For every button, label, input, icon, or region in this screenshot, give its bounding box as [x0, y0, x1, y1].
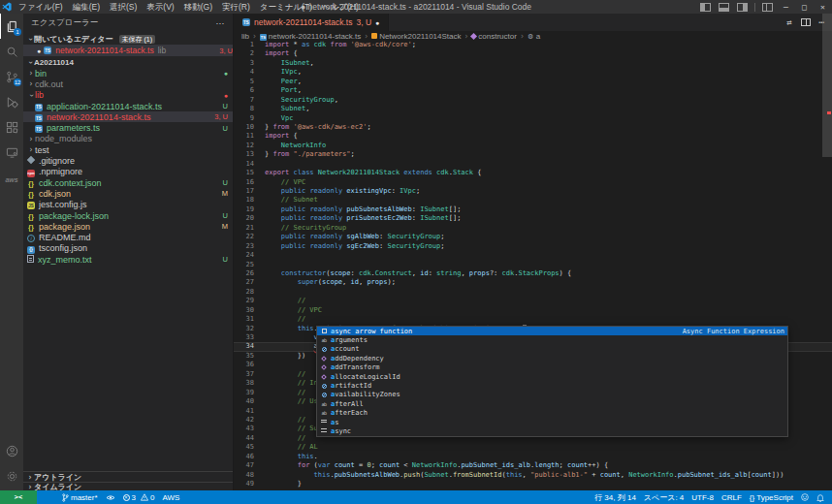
activity-item-run-debug[interactable] [0, 89, 23, 114]
menu-item[interactable]: 移動(G) [179, 2, 217, 12]
language-status[interactable]: {} TypeScript [746, 490, 797, 504]
eye-toggle[interactable] [102, 490, 119, 504]
customize-layout-icon[interactable] [762, 3, 773, 12]
suggestion-as[interactable]: as [317, 418, 787, 426]
breadcrumb-Network20211014Stack[interactable]: Network20211014Stack [371, 32, 461, 41]
outline-panel-header[interactable]: › アウトライン [23, 471, 233, 482]
code-line-15[interactable]: 15export class Network20211014Stack exte… [234, 169, 832, 177]
code-line-18[interactable]: 18 // Subnet [234, 196, 832, 205]
open-editor-item[interactable]: ● TS network-20211014-stack.ts lib 3, U [23, 45, 233, 56]
menu-item[interactable]: ターミナル(T) [255, 2, 317, 12]
code-line-3[interactable]: 3 ISubnet, [234, 59, 832, 68]
menu-item[interactable]: ヘルプ(H) [317, 2, 364, 12]
tree-item-lib[interactable]: ›lib● [23, 90, 233, 101]
code-line-10[interactable]: 10} from '@aws-cdk/aws-ec2'; [234, 123, 832, 132]
maximize-button[interactable]: □ [795, 0, 814, 14]
tree-item-application-20211014-stack.ts[interactable]: TSapplication-20211014-stack.tsU [23, 101, 233, 111]
code-line-25[interactable]: 25 [234, 261, 832, 269]
remote-indicator[interactable]: >< [0, 490, 37, 504]
tab-network-stack[interactable]: TS network-20211014-stack.ts 3, U ● [234, 14, 389, 31]
activity-item-aws[interactable]: aws [0, 165, 23, 190]
code-line-27[interactable]: 27 super(scope, id, props); [234, 278, 832, 287]
tree-item-cdk.out[interactable]: ›cdk.out [23, 79, 233, 89]
sidebar-actions-icon[interactable]: ⋯ [216, 18, 226, 28]
code-line-11[interactable]: 11import { [234, 132, 832, 141]
tree-item-xyz_memo.txt[interactable]: xyz_memo.txtU [23, 254, 233, 265]
code-line-4[interactable]: 4 IVpc, [234, 68, 832, 77]
eol-status[interactable]: CRLF [718, 490, 746, 504]
tree-item-network-20211014-stack.ts[interactable]: TSnetwork-20211014-stack.ts3, U [23, 111, 233, 122]
code-line-5[interactable]: 5 Peer, [234, 78, 832, 86]
feedback-smiley[interactable] [797, 490, 813, 504]
problems-status[interactable]: × 3 0 [119, 490, 159, 504]
tree-item-cdk.json[interactable]: {}cdk.jsonM [23, 188, 233, 199]
split-editor-icon[interactable] [801, 18, 811, 26]
menu-item[interactable]: 編集(E) [68, 2, 105, 12]
code-line-31[interactable]: 31 // [234, 315, 832, 324]
code-line-46[interactable]: 46 this. [234, 453, 832, 461]
tab-modified-dot-icon[interactable]: ● [375, 19, 379, 26]
code-line-9[interactable]: 9 Vpc [234, 114, 832, 123]
suggestion-addDependency[interactable]: addDependency [317, 354, 787, 362]
tree-item-.gitignore[interactable]: .gitignore [23, 155, 233, 166]
code-line-7[interactable]: 7 SecurityGroup, [234, 96, 832, 105]
activity-item-remote-explorer[interactable] [0, 140, 23, 165]
code-line-1[interactable]: 1import * as cdk from '@aws-cdk/core'; [234, 41, 832, 49]
code-line-45[interactable]: 45 // AL [234, 443, 832, 452]
code-line-49[interactable]: 49 } [234, 480, 832, 488]
breadcrumb-constructor[interactable]: constructor [471, 32, 517, 41]
suggestion-afterEach[interactable]: abafterEach [317, 409, 787, 418]
tree-item-package-lock.json[interactable]: {}package-lock.jsonU [23, 210, 233, 221]
code-line-19[interactable]: 19 public readonly pubSubnetsAlbWeb: ISu… [234, 205, 832, 214]
breadcrumb-a[interactable]: ⚙a [528, 32, 540, 41]
toggle-secondary-sidebar-icon[interactable] [737, 3, 748, 12]
code-line-48[interactable]: 48 this.pubSubnetsAlbWeb.push(Subnet.fro… [234, 471, 832, 480]
suggestion-async[interactable]: async [317, 426, 787, 435]
tree-item-parameters.ts[interactable]: TSparameters.tsU [23, 122, 233, 133]
tree-item-package.json[interactable]: {}package.jsonM [23, 221, 233, 232]
code-line-8[interactable]: 8 Subnet, [234, 105, 832, 113]
suggestion-addTransform[interactable]: addTransform [317, 363, 787, 372]
activity-item-search[interactable] [0, 39, 23, 64]
tree-item-jest.config.js[interactable]: JSjest.config.js [23, 200, 233, 210]
code-line-2[interactable]: 2import { [234, 49, 832, 58]
vertical-scrollbar[interactable] [822, 14, 832, 157]
indentation-status[interactable]: スペース: 4 [640, 490, 688, 504]
suggestion-allocateLogicalId[interactable]: allocateLogicalId [317, 372, 787, 381]
tree-item-.npmignore[interactable]: npm.npmignore [23, 167, 233, 177]
aws-status[interactable]: AWS [158, 490, 183, 504]
tree-item-cdk.context.json[interactable]: {}cdk.context.jsonU [23, 177, 233, 188]
activity-item-explorer[interactable]: 1 [0, 14, 23, 39]
code-line-26[interactable]: 26 constructor(scope: cdk.Construct, id:… [234, 269, 832, 278]
activity-item-source-control[interactable]: 12 [0, 64, 23, 89]
toggle-panel-icon[interactable] [719, 3, 729, 12]
code-line-21[interactable]: 21 // SecurityGroup [234, 224, 832, 233]
code-line-12[interactable]: 12 NetworkInfo [234, 142, 832, 150]
code-line-28[interactable]: 28 [234, 288, 832, 297]
suggestion-availabilityZones[interactable]: availabilityZones [317, 391, 787, 399]
menu-item[interactable]: 実行(R) [217, 2, 255, 12]
notifications-bell[interactable] [813, 490, 828, 504]
close-button[interactable]: ✕ [814, 0, 832, 14]
menu-item[interactable]: 表示(V) [142, 2, 178, 12]
tree-item-test[interactable]: ›test [23, 144, 233, 155]
activity-item-accounts[interactable] [0, 438, 23, 463]
toggle-sidebar-icon[interactable] [700, 3, 711, 12]
code-line-20[interactable]: 20 public readonly priSubnetsEc2Web: ISu… [234, 214, 832, 223]
code-line-24[interactable]: 24 [234, 251, 832, 260]
suggestion-account[interactable]: account [317, 345, 787, 354]
minimize-button[interactable]: ─ [777, 0, 795, 14]
activity-item-settings[interactable] [0, 463, 23, 488]
tree-item-node_modules[interactable]: ›node_modules [23, 134, 233, 144]
menu-item[interactable]: ファイル(F) [14, 2, 68, 12]
code-line-13[interactable]: 13} from "./parameters"; [234, 150, 832, 159]
suggestion-arguments[interactable]: abarguments [317, 335, 787, 344]
suggestion-afterAll[interactable]: abafterAll [317, 399, 787, 408]
breadcrumb-lib[interactable]: lib [241, 32, 249, 41]
cursor-position-status[interactable]: 行 34, 列 14 [591, 490, 640, 504]
code-line-6[interactable]: 6 Port, [234, 86, 832, 95]
code-line-23[interactable]: 23 public readonly sgEc2Web: SecurityGro… [234, 242, 832, 251]
activity-item-extensions[interactable] [0, 114, 23, 140]
menu-item[interactable]: 選択(S) [105, 2, 142, 12]
workspace-root[interactable]: › A20211014 [23, 56, 233, 68]
